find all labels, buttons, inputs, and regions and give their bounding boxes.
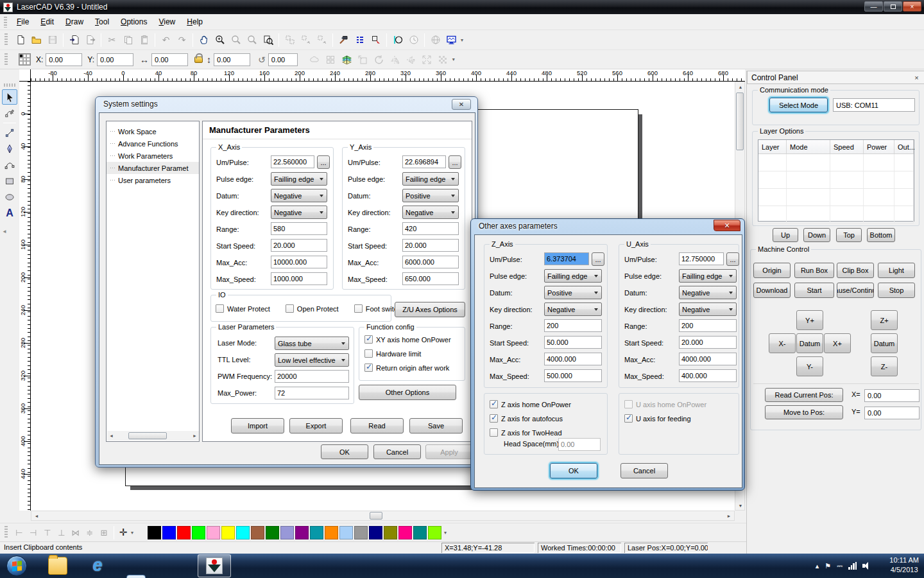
- horizontal-scroll-thumb[interactable]: [370, 512, 382, 520]
- mirror-horizontal-icon[interactable]: [388, 52, 402, 67]
- color-swatch[interactable]: [428, 526, 441, 539]
- action-center-flag-icon[interactable]: ⚑: [825, 562, 831, 570]
- y-position-field[interactable]: 0.00: [97, 53, 133, 66]
- layer-table-row[interactable]: [758, 206, 914, 223]
- color-swatch[interactable]: [236, 526, 250, 539]
- bezier-tool-icon[interactable]: [2, 157, 17, 173]
- network-signal-icon[interactable]: [848, 562, 857, 570]
- checkbox-open-protect[interactable]: Open Protect: [286, 304, 339, 313]
- download-button[interactable]: Download: [753, 283, 791, 298]
- layer-table-row[interactable]: [758, 154, 914, 171]
- node-anchor-icon[interactable]: ✛: [117, 526, 130, 539]
- copy-icon[interactable]: [121, 33, 135, 48]
- apply-button[interactable]: Apply: [425, 444, 473, 459]
- range-field[interactable]: 200: [679, 319, 737, 332]
- toolbar-overflow-icon[interactable]: ▾: [131, 530, 133, 536]
- start-speed-field[interactable]: 20.000: [679, 336, 737, 349]
- volume-icon[interactable]: [862, 562, 870, 570]
- layer-column-speed[interactable]: Speed: [830, 140, 864, 153]
- datum-select[interactable]: Negative: [679, 286, 737, 299]
- media-player-taskbar-icon[interactable]: [126, 575, 146, 578]
- um-pulse-browse-button[interactable]: ...: [317, 155, 330, 169]
- checkbox-z-axis-for-autofocus[interactable]: Z axis for autofocus: [490, 414, 571, 423]
- other-axes-close-icon[interactable]: ✕: [714, 220, 740, 231]
- jog-x-plus-button[interactable]: X+: [824, 333, 851, 353]
- read-button[interactable]: Read: [350, 418, 404, 434]
- jog-z-minus-button[interactable]: Z-: [871, 356, 898, 376]
- color-swatch[interactable]: [339, 526, 353, 539]
- new-icon[interactable]: [13, 33, 28, 48]
- um-pulse-field[interactable]: 6.373704: [544, 252, 589, 265]
- start-speed-field[interactable]: 50.000: [544, 336, 602, 349]
- read-current-pos-button[interactable]: Read Current Pos:: [765, 388, 843, 402]
- color-swatch[interactable]: [207, 526, 220, 539]
- pause-continue-button[interactable]: ause/Continu: [837, 283, 874, 298]
- pulse-edge-select[interactable]: Failling edge: [402, 172, 459, 186]
- undo-icon[interactable]: ↶: [158, 33, 173, 48]
- pulse-edge-select[interactable]: Failling edge: [271, 172, 327, 186]
- max-speed-field[interactable]: 500.000: [544, 369, 602, 382]
- checkbox-xy-axis-home-onpower[interactable]: XY axis home OnPower: [364, 335, 451, 344]
- color-swatch[interactable]: [192, 526, 205, 539]
- checkbox-icon[interactable]: [216, 304, 224, 313]
- import-button[interactable]: Import: [231, 418, 284, 434]
- color-swatch[interactable]: [384, 526, 397, 539]
- key-direction-select[interactable]: Negative: [271, 206, 327, 219]
- weld-icon[interactable]: [307, 52, 322, 67]
- export-button[interactable]: Export: [289, 418, 343, 434]
- node-select-icon[interactable]: [368, 33, 383, 48]
- line-tool-icon[interactable]: [2, 125, 17, 141]
- start-speed-field[interactable]: 20.000: [271, 239, 327, 252]
- export-icon[interactable]: [83, 33, 98, 48]
- tree-scrollbar[interactable]: ◄ ►: [107, 431, 199, 441]
- toolbar-collapse-icon[interactable]: ◄: [0, 229, 19, 234]
- menu-item-view[interactable]: View: [153, 15, 181, 28]
- layer-table-row[interactable]: [758, 171, 914, 189]
- axes-ok-button[interactable]: OK: [550, 463, 597, 478]
- tree-item-work-parameters[interactable]: Work Parameters: [107, 150, 199, 162]
- save-button[interactable]: Save: [409, 418, 463, 434]
- close-button[interactable]: ×: [903, 1, 921, 12]
- menu-item-draw[interactable]: Draw: [60, 15, 89, 28]
- explorer-taskbar-icon[interactable]: [48, 557, 67, 575]
- scroll-left-icon[interactable]: ◄: [31, 511, 42, 520]
- head-space-field[interactable]: 0.00: [558, 438, 601, 451]
- jog-x-minus-button[interactable]: X-: [769, 333, 796, 353]
- align-right-icon[interactable]: ⊣: [27, 526, 40, 539]
- height-field[interactable]: 0.00: [214, 53, 250, 66]
- internet-explorer-taskbar-icon[interactable]: e: [88, 557, 107, 575]
- um-pulse-browse-button[interactable]: ...: [592, 252, 604, 266]
- scroll-right-icon[interactable]: ►: [724, 511, 734, 520]
- simulate-icon[interactable]: [390, 33, 405, 48]
- checkbox-icon[interactable]: [364, 363, 373, 372]
- datum-select[interactable]: Positive: [402, 189, 459, 202]
- select-mode-button[interactable]: Select Mode: [769, 98, 828, 112]
- max-speed-field[interactable]: 1000.000: [271, 272, 327, 285]
- color-swatch[interactable]: [177, 526, 191, 539]
- lock-ratio-icon[interactable]: [194, 57, 203, 63]
- key-direction-select[interactable]: Negative: [679, 302, 737, 316]
- timer-icon[interactable]: [406, 33, 421, 48]
- system-settings-close-icon[interactable]: ✕: [452, 99, 471, 110]
- mirror-vertical-icon[interactable]: [404, 52, 418, 67]
- checkbox-water-protect[interactable]: Water Protect: [216, 304, 270, 313]
- start-speed-field[interactable]: 20.000: [402, 239, 459, 252]
- settings-tree[interactable]: Work SpaceAdvance FunctionsWork Paramete…: [106, 121, 200, 442]
- color-swatch[interactable]: [295, 526, 309, 539]
- max-speed-field[interactable]: 650.000: [402, 272, 459, 285]
- checkbox-icon[interactable]: [624, 400, 633, 408]
- menu-item-options[interactable]: Options: [115, 15, 153, 28]
- lasercad-taskbar-button[interactable]: [198, 554, 231, 577]
- color-swatch[interactable]: [310, 526, 323, 539]
- menu-item-edit[interactable]: Edit: [35, 15, 60, 28]
- layer-column-out[interactable]: Out...: [894, 140, 914, 153]
- toolbar-overflow-icon[interactable]: ▾: [452, 57, 455, 62]
- checkbox-icon[interactable]: [490, 400, 498, 408]
- down-button[interactable]: Down: [803, 228, 830, 242]
- zoom-in-out-icon[interactable]: [212, 33, 227, 48]
- scroll-up-icon[interactable]: ▲: [735, 82, 746, 91]
- tree-item-user-parameters[interactable]: User parameters: [107, 174, 199, 186]
- network-icon[interactable]: [428, 33, 443, 48]
- color-swatch[interactable]: [251, 526, 264, 539]
- palette-overflow-icon[interactable]: ▾: [444, 530, 447, 536]
